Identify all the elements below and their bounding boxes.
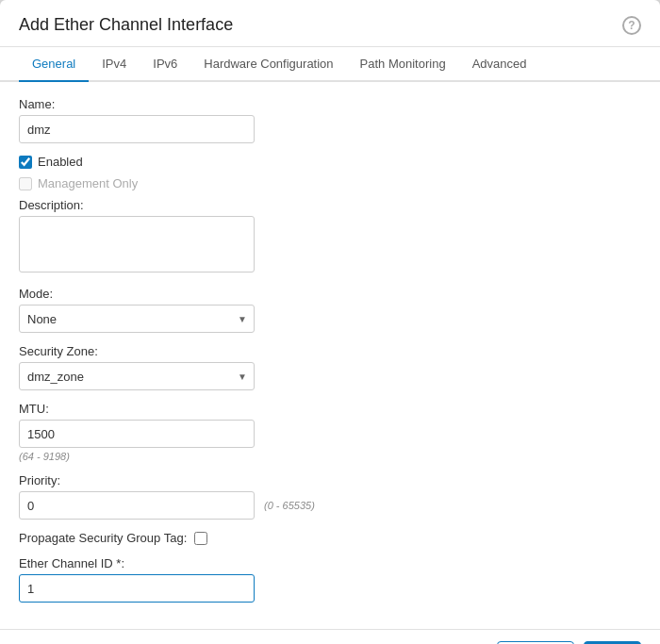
tab-ipv6[interactable]: IPv6 xyxy=(140,47,190,82)
description-input[interactable] xyxy=(19,216,255,272)
enabled-label: Enabled xyxy=(38,155,83,169)
tab-hardware-configuration[interactable]: Hardware Configuration xyxy=(190,47,346,82)
ether-channel-id-label: Ether Channel ID *: xyxy=(19,556,641,570)
management-only-label: Management Only xyxy=(38,176,138,190)
mtu-input[interactable] xyxy=(19,420,255,448)
form-scroll-area: Name: Enabled Management Only Descriptio… xyxy=(0,82,660,629)
tab-advanced[interactable]: Advanced xyxy=(459,47,540,82)
propagate-row: Propagate Security Group Tag: xyxy=(19,531,641,545)
tab-ipv4[interactable]: IPv4 xyxy=(89,47,140,82)
mode-group: Mode: None Passive Inline Inline Tap Ers… xyxy=(19,287,641,333)
help-icon[interactable]: ? xyxy=(622,16,641,35)
priority-hint: (0 - 65535) xyxy=(264,500,315,511)
tab-general[interactable]: General xyxy=(19,47,89,82)
content-area: Name: Enabled Management Only Descriptio… xyxy=(0,82,660,629)
tab-path-monitoring[interactable]: Path Monitoring xyxy=(347,47,459,82)
ether-channel-id-input[interactable] xyxy=(19,574,255,603)
mode-label: Mode: xyxy=(19,287,641,301)
mtu-hint: (64 - 9198) xyxy=(19,451,641,462)
add-ether-channel-dialog: Add Ether Channel Interface ? General IP… xyxy=(0,0,660,644)
priority-label: Priority: xyxy=(19,473,641,487)
management-only-row: Management Only xyxy=(19,176,641,190)
security-zone-select-wrapper: dmz_zone inside_zone outside_zone ▼ xyxy=(19,362,255,390)
priority-input[interactable] xyxy=(19,491,255,520)
management-only-checkbox[interactable] xyxy=(19,177,32,190)
description-label: Description: xyxy=(19,198,641,212)
propagate-label: Propagate Security Group Tag: xyxy=(19,531,187,545)
dialog-header: Add Ether Channel Interface ? xyxy=(0,0,660,47)
enabled-row: Enabled xyxy=(19,155,641,169)
security-zone-label: Security Zone: xyxy=(19,344,641,358)
propagate-checkbox[interactable] xyxy=(194,532,207,545)
priority-row: (0 - 65535) xyxy=(19,491,641,520)
tab-bar: General IPv4 IPv6 Hardware Configuration… xyxy=(0,47,660,82)
priority-group: Priority: (0 - 65535) xyxy=(19,473,641,520)
dialog-title: Add Ether Channel Interface xyxy=(19,15,233,35)
security-zone-group: Security Zone: dmz_zone inside_zone outs… xyxy=(19,344,641,390)
dialog-footer: Cancel OK xyxy=(0,629,660,644)
ether-channel-id-group: Ether Channel ID *: xyxy=(19,556,641,603)
security-zone-select[interactable]: dmz_zone inside_zone outside_zone xyxy=(19,362,255,390)
name-label: Name: xyxy=(19,97,641,111)
mtu-label: MTU: xyxy=(19,402,641,416)
name-input[interactable] xyxy=(19,115,255,143)
enabled-checkbox[interactable] xyxy=(19,156,32,169)
name-group: Name: xyxy=(19,97,641,143)
description-group: Description: xyxy=(19,198,641,275)
mtu-group: MTU: (64 - 9198) xyxy=(19,402,641,462)
mode-select[interactable]: None Passive Inline Inline Tap Erspan xyxy=(19,305,255,333)
mode-select-wrapper: None Passive Inline Inline Tap Erspan ▼ xyxy=(19,305,255,333)
